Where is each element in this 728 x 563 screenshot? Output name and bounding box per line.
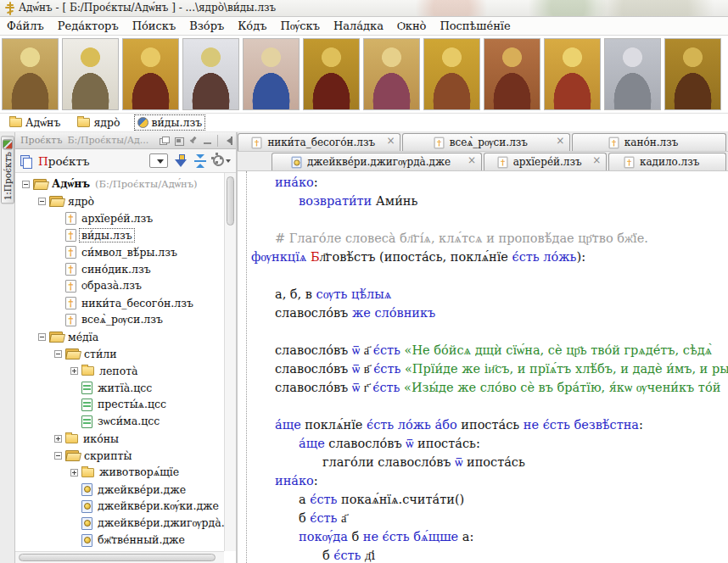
silver-riza-christ-icon[interactable]: [604, 38, 661, 110]
collapse-all-icon[interactable]: [194, 154, 206, 168]
menu-item-1[interactable]: Фа́йлъ: [7, 20, 44, 32]
code-lines: ина́ко:возврати́ти Ами́нь # Глаго́ле сло…: [251, 173, 728, 563]
tree-vscroll-thumb[interactable]: [227, 176, 234, 226]
float-window-icon[interactable]: [160, 137, 169, 145]
hide-panel-icon[interactable]: [223, 137, 232, 145]
christ-gold-edge-icon[interactable]: [664, 38, 721, 110]
tree-row[interactable]: животворѧ́щїе: [15, 464, 224, 481]
python-file-icon: [65, 246, 76, 259]
tree-item-label: зѡси́ма.цсс: [96, 415, 161, 428]
pin-icon[interactable]: [188, 137, 198, 145]
theotokos-flowers-icon[interactable]: [363, 38, 420, 110]
expand-plus-icon[interactable]: [70, 469, 78, 477]
christ-dark-gold-icon[interactable]: [303, 38, 360, 110]
view-mode-combo[interactable]: [149, 153, 168, 168]
stylesheet-file-icon: [81, 382, 92, 394]
tree-row[interactable]: зѡси́ма.цсс: [15, 413, 224, 430]
tree-row[interactable]: ме́дїа: [15, 328, 224, 345]
holy-face-icon[interactable]: [62, 38, 119, 110]
code-token-kw: возврати́ти: [299, 194, 372, 208]
close-tab-icon[interactable]: ×: [386, 136, 395, 146]
menu-item-4[interactable]: Взо́ръ: [189, 20, 224, 32]
tree-row[interactable]: джейкве́ри.джигѹрда̀.дже: [15, 515, 224, 532]
code-editor[interactable]: ина́ко:возврати́ти Ами́нь # Глаго́ле сло…: [238, 171, 728, 563]
sidebar-tab-project-label: 1:Проє́ктъ: [3, 152, 13, 200]
breadcrumb-item-1[interactable]: Адѡ́нъ: [7, 115, 63, 131]
editor-tab[interactable]: ники́та_бесого́н.лзъ×: [238, 133, 400, 151]
pantocrator-gold-icon[interactable]: [122, 38, 179, 110]
editor-tab[interactable]: архїере́й.лзъ×: [484, 153, 607, 170]
tree-row[interactable]: ники́та_бесого́н.лзъ: [15, 294, 224, 311]
menu-item-8[interactable]: Ѻкно̀: [397, 20, 427, 33]
tree-row[interactable]: лепота̀: [15, 362, 224, 379]
tree-row[interactable]: житїа̀.цсс: [15, 379, 224, 396]
tree-row[interactable]: архїере́й.лзъ: [15, 209, 224, 226]
holy-trinity-icon[interactable]: [2, 38, 59, 110]
collapse-minus-icon[interactable]: [38, 198, 46, 205]
tree-horizontal-scrollbar[interactable]: [15, 551, 224, 563]
close-tab-icon[interactable]: ×: [592, 155, 601, 165]
code-token-pl: ипоста́сь: [462, 455, 524, 469]
menu-item-2[interactable]: Реда́кторъ: [58, 20, 119, 32]
scroll-from-source-icon[interactable]: [175, 154, 188, 168]
breadcrumb-item-2[interactable]: ядро̀: [75, 115, 122, 130]
tree-row[interactable]: джейкве́ри.кѹ́ки.дже: [15, 498, 224, 515]
code-line: славосло́въ ѿ г҃ є́сть «Изы́де же сло́во…: [251, 378, 728, 397]
kazan-theotokos-icon[interactable]: [484, 38, 540, 110]
tree-row[interactable]: джейкве́ри.дже: [15, 481, 224, 498]
collapse-minus-icon[interactable]: [38, 333, 46, 341]
breadcrumb-label: ви́ды.лзъ: [152, 116, 203, 129]
menu-item-5[interactable]: Ко́дъ: [238, 20, 266, 32]
open-folder-icon: [49, 332, 63, 342]
tree-row[interactable]: сино́дик.лзъ: [15, 260, 224, 277]
tree-row[interactable]: престы́ѧ.цсс: [15, 396, 224, 413]
tree-row[interactable]: бж҃тве́нный.дже: [15, 532, 224, 549]
tree-row[interactable]: ѻбраза̀.лзъ: [15, 277, 224, 294]
javascript-file-icon: [81, 500, 92, 513]
editor-margin-guide: [246, 171, 247, 563]
editor-tab[interactable]: всеѧ̀_рѹси.лзъ×: [402, 133, 570, 151]
close-tab-icon[interactable]: ×: [556, 136, 564, 146]
sidebar-tab-project[interactable]: 1:Проє́ктъ: [1, 136, 14, 203]
project-panel-title: Проє́ктъ: [20, 135, 62, 146]
menu-item-6[interactable]: Пѹ́скъ: [280, 20, 319, 33]
tree-row[interactable]: всеѧ̀_рѹси.лзъ: [15, 311, 224, 328]
minimize-panel-icon[interactable]: [203, 137, 212, 145]
christ-open-book-icon[interactable]: [423, 38, 480, 110]
close-tab-icon[interactable]: ×: [468, 155, 476, 165]
collapse-minus-icon[interactable]: [22, 181, 30, 188]
tree-row[interactable]: ико́ны: [15, 430, 224, 447]
settings-gear-wrap[interactable]: [213, 155, 231, 166]
christ-enthroned-icon[interactable]: [544, 38, 601, 110]
tree-vertical-scrollbar[interactable]: [224, 173, 236, 551]
tenderness-theotokos-icon[interactable]: [243, 38, 300, 110]
expand-plus-icon[interactable]: [54, 435, 62, 443]
menu-item-3[interactable]: По́искъ: [132, 20, 176, 32]
editor-tab[interactable]: джейкве́ри.джигѹрда̀.дже×: [272, 153, 482, 170]
code-token-pl: покаѧ́нїѧ.счита́ти(): [337, 493, 464, 506]
code-token-pl: б: [322, 549, 333, 562]
tree-row[interactable]: Адѡ́нъ (Б:/Проє́кты/Адѡ́нъ): [15, 176, 224, 192]
tree-row[interactable]: ви́ды.лзъ: [15, 226, 224, 243]
menu-item-7[interactable]: Нала́дка: [333, 20, 384, 32]
tree-row[interactable]: скрипты̀: [15, 447, 224, 464]
tree-item-label: джейкве́ри.дже: [96, 483, 188, 496]
breadcrumb-item-3[interactable]: ви́ды.лзъ: [135, 115, 205, 130]
folder-icon: [65, 434, 78, 443]
tree-hscroll-thumb[interactable]: [19, 554, 216, 561]
tree-row[interactable]: ядро̀: [15, 192, 224, 209]
tree-row[interactable]: си́мвол_вѣ́ры.лзъ: [15, 243, 224, 260]
gear-icon[interactable]: [213, 155, 224, 166]
javascript-file-icon: [81, 534, 92, 547]
tree-row[interactable]: сти́ли: [15, 345, 224, 362]
menu-item-9[interactable]: Поспѣше́нїе: [440, 20, 510, 32]
python-file-icon: [65, 297, 76, 309]
expand-plus-icon[interactable]: [70, 367, 78, 375]
code-token-pl: г҃: [360, 381, 372, 394]
collapse-minus-icon[interactable]: [54, 452, 62, 460]
collapse-minus-icon[interactable]: [54, 350, 62, 358]
hodegetria-silver-icon[interactable]: [182, 38, 239, 110]
dock-window-icon[interactable]: [174, 137, 183, 145]
editor-tab[interactable]: кано́н.лзъ: [572, 133, 726, 151]
editor-tab[interactable]: кадило.лзъ: [608, 153, 726, 170]
